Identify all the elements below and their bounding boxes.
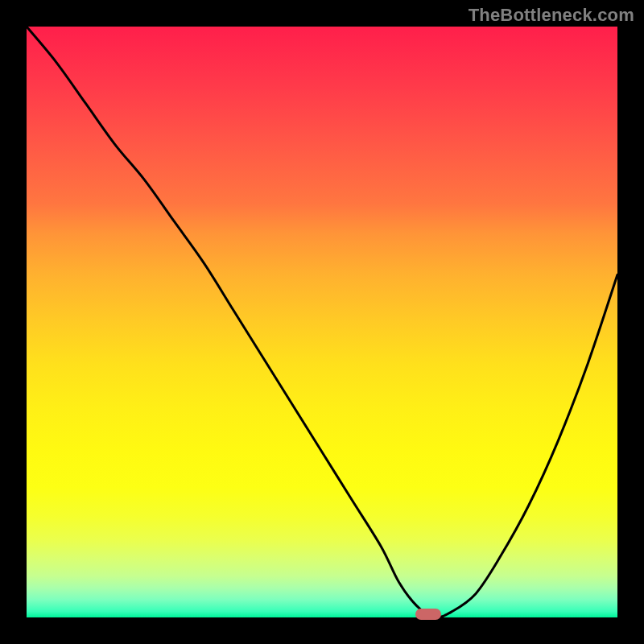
watermark-text: TheBottleneck.com [469, 5, 634, 26]
bottleneck-curve [27, 27, 617, 617]
optimal-marker [415, 609, 441, 620]
chart-frame: TheBottleneck.com [0, 0, 644, 644]
plot-area [27, 27, 617, 617]
